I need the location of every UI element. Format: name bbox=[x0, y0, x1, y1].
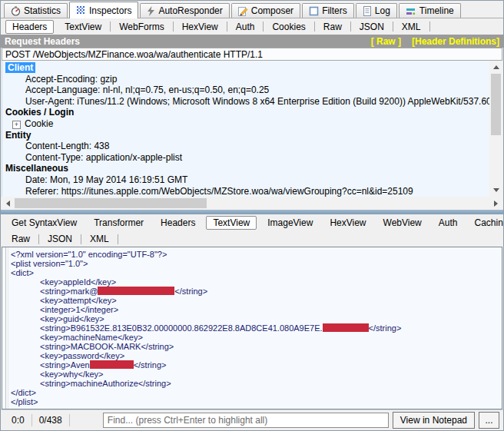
header-definitions-link[interactable]: [Header Definitions] bbox=[412, 36, 499, 47]
header-user-agent[interactable]: User-Agent: iTunes/11.2 (Windows; Micros… bbox=[5, 96, 487, 108]
request-tab-headers[interactable]: Headers bbox=[5, 20, 54, 34]
scroll-right-arrow[interactable] bbox=[489, 197, 502, 210]
response-tab-bar-2: Raw JSON XML bbox=[1, 231, 503, 247]
response-tab-transformer[interactable]: Transformer bbox=[85, 216, 152, 230]
tab-label: AutoResponder bbox=[158, 5, 222, 16]
tab-autoresponder[interactable]: AutoResponder bbox=[140, 3, 229, 18]
request-tab-textview[interactable]: TextView bbox=[56, 20, 110, 34]
tab-statistics[interactable]: Statistics bbox=[4, 3, 68, 18]
header-accept-encoding[interactable]: Accept-Encoding: gzip bbox=[5, 74, 487, 85]
tab-composer[interactable]: Composer bbox=[231, 3, 300, 18]
response-tab-hexview[interactable]: HexView bbox=[321, 216, 374, 230]
xml-line: <key>appleId</key> bbox=[11, 277, 500, 287]
filters-icon bbox=[309, 6, 319, 16]
scroll-up-arrow[interactable] bbox=[489, 61, 502, 74]
request-tab-hexview[interactable]: HexView bbox=[174, 20, 227, 34]
redaction-box bbox=[323, 323, 369, 332]
view-in-notepad-button[interactable]: View in Notepad bbox=[393, 412, 475, 429]
request-headers-title: Request Headers bbox=[5, 36, 80, 47]
request-tab-auth[interactable]: Auth bbox=[227, 20, 264, 34]
timeline-icon bbox=[406, 6, 416, 16]
response-tab-caching[interactable]: Caching bbox=[466, 216, 504, 230]
vertical-scroll-thumb[interactable] bbox=[491, 74, 501, 135]
xml-line: </dict> bbox=[11, 388, 500, 397]
section-client[interactable]: Client bbox=[5, 62, 35, 73]
statistics-icon bbox=[11, 6, 21, 16]
xml-line: <key>guid</key> bbox=[11, 314, 500, 323]
horizontal-scroll-thumb[interactable] bbox=[15, 198, 207, 208]
response-tab-raw[interactable]: Raw bbox=[3, 232, 38, 246]
inspectors-icon bbox=[76, 5, 86, 15]
response-tab-headers[interactable]: Headers bbox=[152, 216, 204, 230]
response-tab-xml[interactable]: XML bbox=[81, 232, 118, 246]
request-tab-webforms[interactable]: WebForms bbox=[111, 20, 172, 34]
xml-line: <key>machineName</key> bbox=[11, 333, 500, 342]
xml-line: <key>password</key> bbox=[11, 351, 500, 360]
request-tab-xml[interactable]: XML bbox=[393, 20, 429, 34]
tab-inspectors[interactable]: Inspectors bbox=[69, 2, 138, 18]
header-content-length[interactable]: Content-Length: 438 bbox=[5, 141, 487, 152]
header-cookie-row[interactable]: +Cookie bbox=[5, 118, 487, 130]
scroll-down-arrow[interactable] bbox=[489, 184, 502, 197]
xml-line-redacted: <string>mark@</string> bbox=[11, 287, 500, 296]
section-cookies-login[interactable]: Cookies / Login bbox=[5, 107, 487, 118]
header-content-type[interactable]: Content-Type: application/x-apple-plist bbox=[5, 152, 487, 164]
request-tab-bar: Headers TextView WebForms HexView Auth C… bbox=[1, 18, 503, 35]
response-tab-bar-1: Get SyntaxView Transformer Headers TextV… bbox=[1, 214, 503, 231]
xml-line: <key>why</key> bbox=[11, 370, 500, 379]
redaction-box bbox=[98, 287, 174, 295]
tab-label: Timeline bbox=[419, 5, 454, 16]
tab-separator bbox=[118, 234, 118, 244]
tab-log[interactable]: Log bbox=[356, 3, 397, 18]
find-input[interactable] bbox=[103, 413, 389, 428]
fiddler-inspector-window: Statistics Inspectors AutoResponder Comp… bbox=[0, 0, 504, 431]
scroll-left-arrow[interactable] bbox=[2, 197, 15, 210]
autoresponder-icon bbox=[147, 6, 155, 16]
section-miscellaneous[interactable]: Miscellaneous bbox=[5, 163, 487, 174]
xml-line: </plist> bbox=[11, 397, 500, 406]
request-tab-raw[interactable]: Raw bbox=[315, 20, 350, 34]
expand-icon[interactable]: + bbox=[12, 121, 21, 129]
response-tab-auth[interactable]: Auth bbox=[430, 216, 466, 230]
xml-line: <string>machineAuthorize</string> bbox=[11, 379, 500, 388]
horizontal-scrollbar[interactable] bbox=[2, 197, 502, 210]
vertical-scrollbar[interactable] bbox=[489, 61, 502, 197]
textview-status-bar: 0:0 0/438 View in Notepad ... bbox=[1, 409, 503, 430]
tab-label: Log bbox=[375, 5, 390, 16]
request-line[interactable]: POST /WebObjects/MZFinance.woa/wa/authen… bbox=[2, 48, 502, 61]
section-entity[interactable]: Entity bbox=[5, 130, 487, 141]
xml-line: <integer>1</integer> bbox=[11, 305, 500, 314]
textview-body[interactable]: <?xml version="1.0" encoding="UTF-8"?> <… bbox=[2, 247, 502, 409]
header-cookie: Cookie bbox=[25, 118, 53, 129]
xml-line: <plist version="1.0"> bbox=[11, 259, 500, 268]
tab-timeline[interactable]: Timeline bbox=[399, 3, 461, 18]
cursor-position: 0:0 bbox=[5, 415, 32, 426]
request-tab-cookies[interactable]: Cookies bbox=[264, 20, 313, 34]
tab-filters[interactable]: Filters bbox=[302, 3, 354, 18]
tab-label: Filters bbox=[322, 5, 347, 16]
response-tab-textview[interactable]: TextView bbox=[206, 216, 257, 230]
request-tab-json[interactable]: JSON bbox=[351, 20, 393, 34]
raw-link[interactable]: [ Raw ] bbox=[371, 36, 401, 47]
xml-line-redacted: <string>B961532E.813E0B32.00000000.86292… bbox=[11, 323, 500, 333]
response-tab-imageview[interactable]: ImageView bbox=[259, 216, 321, 230]
response-tab-json[interactable]: JSON bbox=[39, 232, 81, 246]
xml-line-redacted: <string>Aven</string> bbox=[11, 360, 500, 370]
header-referer[interactable]: Referer: https://itunes.apple.com/WebObj… bbox=[5, 186, 487, 197]
log-icon bbox=[363, 6, 372, 16]
request-headers-titlebar: Request Headers [ Raw ] [Header Definiti… bbox=[1, 35, 503, 48]
composer-icon bbox=[238, 6, 248, 16]
tab-label: Inspectors bbox=[89, 5, 131, 16]
header-date[interactable]: Date: Mon, 19 May 2014 16:19:51 GMT bbox=[5, 174, 487, 186]
selection-count: 0/438 bbox=[32, 415, 69, 426]
response-tab-webview[interactable]: WebView bbox=[375, 216, 430, 230]
tab-label: Composer bbox=[251, 5, 293, 16]
tab-label: Statistics bbox=[24, 5, 61, 16]
xml-line: <key>attempt</key> bbox=[11, 296, 500, 305]
xml-line: <dict> bbox=[11, 268, 500, 277]
xml-line: <?xml version="1.0" encoding="UTF-8"?> bbox=[11, 250, 500, 259]
header-accept-language[interactable]: Accept-Language: nl-nl, nl;q=0.75, en-us… bbox=[5, 85, 487, 96]
tab-separator bbox=[429, 22, 430, 31]
response-tab-get-syntaxview[interactable]: Get SyntaxView bbox=[3, 216, 85, 230]
more-options-button[interactable]: ... bbox=[479, 412, 499, 429]
